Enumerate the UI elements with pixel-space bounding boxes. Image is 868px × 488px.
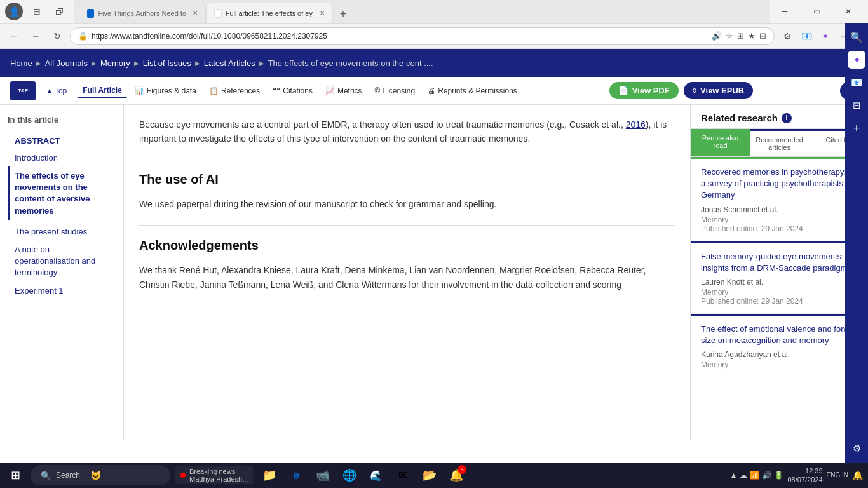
- sidebar-abstract[interactable]: ABSTRACT: [8, 132, 116, 149]
- related-item-2-title[interactable]: False memory-guided eye movements: insig…: [701, 251, 858, 274]
- epub-icon: ◊: [693, 86, 696, 95]
- taskbar-search-box[interactable]: 🔍 Search 🐱: [31, 465, 170, 485]
- taskbar-folder[interactable]: 📂: [418, 464, 441, 487]
- top-link[interactable]: ▲ Top: [46, 86, 67, 95]
- related-item-3-journal: Memory: [701, 360, 858, 369]
- new-tab-button[interactable]: +: [333, 5, 353, 23]
- recommended-articles-tab[interactable]: Recommended articles: [750, 129, 809, 156]
- tab2-label: Full article: The effects of eye mo...: [226, 10, 313, 17]
- taskbar-clock[interactable]: 12:39 08/07/2024: [787, 466, 822, 485]
- tab1-close[interactable]: ✕: [193, 10, 198, 17]
- breadcrumb-sep-2: ▶: [92, 60, 97, 67]
- divider-1: [139, 159, 675, 159]
- add-to-favorites-icon[interactable]: ☆: [726, 31, 733, 41]
- maximize-button[interactable]: ▭: [802, 0, 831, 23]
- close-button[interactable]: ✕: [834, 0, 863, 23]
- right-sidebar: Related research i People also read Reco…: [690, 105, 868, 440]
- view-epub-button[interactable]: ◊ View EPUB: [684, 82, 754, 99]
- breadcrumb-sep-4: ▶: [195, 60, 200, 67]
- tab1-favicon: [87, 9, 94, 18]
- notifications-bell[interactable]: 🔔: [852, 470, 863, 480]
- citations-btn[interactable]: ❝❝ Citations: [268, 84, 318, 98]
- edge-side-add-icon[interactable]: +: [848, 119, 865, 137]
- edge-side-settings-icon[interactable]: ⚙: [848, 440, 865, 440]
- read-aloud-icon[interactable]: 🔊: [712, 31, 722, 41]
- sidebar-effects[interactable]: The effects of eye movements on the cont…: [8, 166, 116, 220]
- memory-link[interactable]: Memory: [100, 58, 130, 68]
- related-item-1-title[interactable]: Recovered memories in psychotherapy: a s…: [701, 166, 858, 201]
- full-article-btn[interactable]: Full Article: [78, 83, 127, 98]
- minimize-button[interactable]: ─: [770, 0, 799, 23]
- breadcrumb-sep-3: ▶: [134, 60, 139, 67]
- taskbar-file-explorer[interactable]: 📁: [258, 464, 281, 487]
- pdf-icon: 📄: [618, 86, 628, 95]
- tab2-close[interactable]: ✕: [320, 10, 325, 17]
- taskbar-edge-2[interactable]: 🌊: [365, 464, 388, 487]
- taskbar-mail[interactable]: ✉: [391, 464, 414, 487]
- home-link[interactable]: Home: [10, 58, 32, 68]
- figures-icon: 📊: [135, 86, 144, 95]
- tab-1[interactable]: Five Things Authors Need to Kno... ✕: [79, 3, 206, 23]
- breaking-news-label: Breaking news: [189, 468, 248, 475]
- licensing-btn[interactable]: © Licensing: [370, 84, 421, 98]
- network-icon[interactable]: 📶: [750, 471, 759, 480]
- audio-icon[interactable]: 🔊: [762, 471, 771, 480]
- battery-icon[interactable]: 🔋: [774, 471, 783, 480]
- intro-text-1: Because eye movements are a central part…: [139, 119, 626, 130]
- news-notification-dot: [180, 473, 186, 478]
- article-toolbar: T&F ▲ Top Full Article 📊 Figures & data …: [0, 77, 868, 105]
- refresh-button[interactable]: ↻: [48, 27, 66, 45]
- article-content: Because eye movements are a central part…: [124, 105, 690, 440]
- restore-icon[interactable]: 🗗: [51, 3, 69, 20]
- reprints-icon: 🖨: [428, 86, 435, 95]
- view-pdf-button[interactable]: 📄 View PDF: [609, 82, 679, 99]
- sidebar-experiment1[interactable]: Experiment 1: [8, 282, 116, 299]
- intro-link[interactable]: 2016: [626, 119, 646, 130]
- people-also-read-tab[interactable]: People also read: [691, 129, 750, 156]
- figures-data-btn[interactable]: 📊 Figures & data: [130, 84, 201, 98]
- taskbar-edge[interactable]: e: [285, 464, 308, 487]
- related-item-2: False memory-guided eye movements: insig…: [691, 241, 868, 314]
- related-research-info-icon[interactable]: i: [782, 113, 792, 123]
- tray-up-arrow[interactable]: ▲: [730, 471, 738, 480]
- licensing-icon: ©: [375, 86, 381, 95]
- sidebar-introduction[interactable]: Introduction: [8, 149, 116, 166]
- references-btn[interactable]: 📋 References: [204, 84, 265, 98]
- related-item-3-title[interactable]: The effect of emotional valence and font…: [701, 323, 858, 346]
- all-journals-link[interactable]: All Journals: [45, 58, 88, 68]
- latest-articles-link[interactable]: Latest Articles: [204, 58, 255, 68]
- collections-icon[interactable]: ⊟: [759, 31, 766, 41]
- browser-essentials-icon[interactable]: ⚙: [778, 27, 796, 45]
- ai-section-heading: The use of AI: [139, 172, 675, 187]
- cloud-icon[interactable]: ☁: [740, 471, 747, 480]
- taskbar-news[interactable]: Breaking news Madhya Pradesh...: [175, 466, 253, 484]
- taskbar-chrome[interactable]: 🌐: [338, 464, 361, 487]
- language-indicator[interactable]: ENG IN: [827, 471, 848, 479]
- copilot-icon[interactable]: ✦: [817, 27, 834, 45]
- ai-section-para: We used paperpal during the revision of …: [139, 197, 675, 212]
- references-icon: 📋: [209, 86, 219, 95]
- taskbar-notifications[interactable]: 🔔 5: [445, 464, 468, 487]
- taskbar: ⊞ 🔍 Search 🐱 Breaking news Madhya Prades…: [0, 463, 868, 488]
- start-button[interactable]: ⊞: [5, 465, 25, 485]
- breadcrumb-sep-5: ▶: [259, 60, 264, 67]
- edge-side-collections-icon[interactable]: ⊟: [848, 105, 865, 114]
- tab-2[interactable]: Full article: The effects of eye mo... ✕: [206, 3, 333, 23]
- tab-groups-icon[interactable]: ⊟: [28, 3, 46, 20]
- outlook-icon[interactable]: 📧: [797, 27, 815, 45]
- tab1-label: Five Things Authors Need to Kno...: [98, 10, 186, 17]
- metrics-btn[interactable]: 📈 Metrics: [320, 84, 367, 98]
- url-bar[interactable]: 🔒 https://www.tandfonline.com/doi/full/1…: [70, 27, 775, 45]
- forward-button[interactable]: →: [27, 27, 44, 45]
- sidebar-note[interactable]: A note on operationalisation and termino…: [8, 240, 116, 283]
- tab-icon[interactable]: ⊞: [737, 31, 744, 41]
- favorites-icon[interactable]: ★: [748, 31, 756, 41]
- list-of-issues-link[interactable]: List of Issues: [143, 58, 191, 68]
- profile-icon[interactable]: 👤: [5, 3, 23, 20]
- related-item-2-author: Lauren Knott et al.: [701, 278, 858, 287]
- back-button[interactable]: ←: [5, 27, 23, 45]
- taskbar-right: ▲ ☁ 📶 🔊 🔋 12:39 08/07/2024 ENG IN 🔔: [730, 466, 863, 485]
- taskbar-zoom[interactable]: 📹: [311, 464, 334, 487]
- sidebar-present-studies[interactable]: The present studies: [8, 223, 116, 240]
- reprints-btn[interactable]: 🖨 Reprints & Permissions: [423, 84, 522, 98]
